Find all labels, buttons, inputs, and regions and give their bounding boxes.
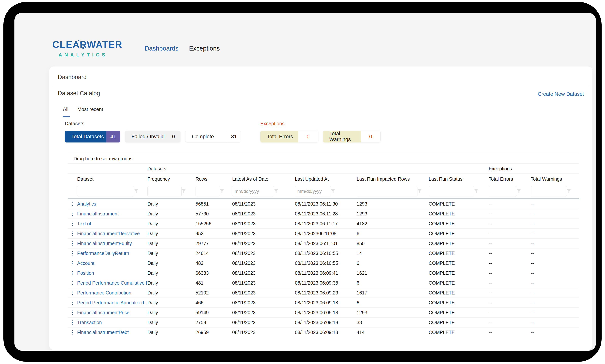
row-menu-icon[interactable]: ⋮ [68, 229, 77, 238]
card-complete[interactable]: Complete 31 [185, 131, 241, 143]
cell-last-updated-at: 08/11/2023 06:11:30 [295, 199, 357, 208]
dataset-link[interactable]: Transaction [77, 318, 147, 327]
filter-cell-last-updated-at [295, 184, 357, 198]
filter-funnel-icon[interactable] [134, 189, 138, 193]
filter-funnel-icon[interactable] [182, 189, 186, 193]
cell-last-run-impacted-rows: 1293 [357, 199, 429, 208]
row-menu-icon[interactable]: ⋮ [68, 239, 77, 248]
filter-input-last-run-impacted-rows[interactable] [357, 186, 418, 196]
table-row: ⋮FinancialInstrumentPriceDaily5914908/11… [68, 308, 579, 318]
dataset-link[interactable]: Period Performance Annualized... [77, 298, 147, 307]
dataset-link[interactable]: FinancialInstrumentPrice [77, 308, 147, 317]
cell-frequency: Daily [147, 298, 196, 307]
cell-rows: 952 [196, 229, 232, 238]
column-header-last-updated-at[interactable]: Last Updated At [295, 174, 357, 184]
filter-cell-last-run-status [429, 184, 489, 198]
row-menu-icon[interactable]: ⋮ [68, 219, 77, 228]
dataset-link[interactable]: FinancialInstrumentDerivative [77, 229, 147, 238]
cell-total-warnings: -- [531, 199, 579, 208]
row-menu-icon[interactable]: ⋮ [68, 199, 77, 208]
cell-total-warnings: -- [531, 278, 579, 288]
filter-funnel-icon[interactable] [274, 189, 278, 193]
cell-frequency: Daily [147, 199, 196, 208]
row-menu-icon[interactable]: ⋮ [68, 278, 77, 288]
filter-input-last-updated-at[interactable] [295, 186, 331, 196]
cell-total-errors: -- [489, 327, 531, 337]
filter-input-total-warnings[interactable] [531, 186, 567, 196]
cell-total-errors: -- [489, 258, 531, 268]
dataset-link[interactable]: PerformanceDailyReturn [77, 248, 147, 258]
nav-item-dashboards[interactable]: Dashboards [145, 45, 178, 52]
cell-latest-as-of-date: 08/11/2023 [232, 327, 295, 337]
dataset-link[interactable]: Account [77, 258, 147, 268]
tab-all[interactable]: All [63, 106, 68, 115]
cell-last-run-status: COMPLETE [429, 278, 489, 288]
filter-input-total-errors[interactable] [489, 186, 517, 196]
filter-cell-total-warnings [531, 184, 579, 198]
column-header-last-run-status[interactable]: Last Run Status [429, 174, 489, 184]
cell-rows: 466 [196, 298, 232, 307]
cell-last-updated-at: 08/11/2023 06:11:01 [295, 239, 357, 248]
row-group-drop-zone[interactable]: Drag here to set row groups [68, 153, 579, 164]
row-menu-icon[interactable]: ⋮ [68, 258, 77, 268]
table-row: ⋮TransactionDaily275908/11/202308/11/202… [68, 318, 579, 327]
filter-funnel-icon[interactable] [567, 189, 571, 193]
row-menu-icon[interactable]: ⋮ [68, 268, 77, 278]
create-new-dataset-link[interactable]: Create New Dataset [538, 91, 584, 97]
column-header-row: DatasetFrequencyRowsLatest As of DateLas… [68, 174, 579, 184]
card-total-datasets[interactable]: Total Datasets 41 [65, 131, 120, 143]
filter-input-rows[interactable] [196, 186, 220, 196]
row-menu-icon[interactable]: ⋮ [68, 298, 77, 307]
column-header-last-run-impacted-rows[interactable]: Last Run Impacted Rows [357, 174, 429, 184]
column-header-rows[interactable]: Rows [196, 174, 232, 184]
filter-funnel-icon[interactable] [331, 189, 335, 193]
dataset-link[interactable]: Analytics [77, 199, 147, 208]
tab-most-recent[interactable]: Most recent [77, 106, 103, 115]
dataset-link[interactable]: Position [77, 268, 147, 278]
cell-total-warnings: -- [531, 209, 579, 219]
cell-frequency: Daily [147, 278, 196, 288]
column-header-frequency[interactable]: Frequency [147, 174, 196, 184]
filter-funnel-icon[interactable] [220, 189, 224, 193]
dataset-link[interactable]: FinancialInstrument [77, 209, 147, 219]
dataset-link[interactable]: FinancialInstrumentEquity [77, 239, 147, 248]
column-header-total-errors[interactable]: Total Errors [489, 174, 531, 184]
column-header-total-warnings[interactable]: Total Warnings [531, 174, 579, 184]
column-group-header-row: Datasets Exceptions [68, 164, 579, 174]
row-menu-icon[interactable]: ⋮ [68, 318, 77, 327]
dataset-link[interactable]: Performance Contribution [77, 288, 147, 298]
filter-input-frequency[interactable] [147, 186, 182, 196]
cell-frequency: Daily [147, 318, 196, 327]
exceptions-summary-label: Exceptions [260, 121, 381, 127]
divider [53, 86, 589, 86]
cell-latest-as-of-date: 08/11/2023 [232, 229, 295, 238]
column-header-latest-as-of-date[interactable]: Latest As of Date [232, 174, 295, 184]
row-menu-icon[interactable]: ⋮ [68, 327, 77, 337]
filter-input-last-run-status[interactable] [429, 186, 474, 196]
row-menu-icon[interactable]: ⋮ [68, 209, 77, 219]
nav-item-exceptions[interactable]: Exceptions [189, 45, 220, 52]
row-menu-icon[interactable]: ⋮ [68, 248, 77, 258]
column-header-dataset[interactable]: Dataset [77, 174, 147, 184]
filter-funnel-icon[interactable] [418, 189, 422, 193]
card-failed-invalid[interactable]: Failed / Invalid 0 [125, 131, 181, 143]
row-menu-icon[interactable]: ⋮ [68, 288, 77, 298]
card-total-errors[interactable]: Total Errors 0 [260, 131, 318, 143]
cell-last-run-status: COMPLETE [429, 268, 489, 278]
cell-total-errors: -- [489, 268, 531, 278]
filter-funnel-icon[interactable] [517, 189, 521, 193]
logo-droplet-icon [80, 42, 81, 43]
cell-latest-as-of-date: 08/11/2023 [232, 288, 295, 298]
cell-total-warnings: -- [531, 219, 579, 228]
dataset-link[interactable]: Period Performance Cumulative Ret [77, 278, 147, 288]
filter-input-latest-as-of-date[interactable] [232, 186, 274, 196]
filter-input-dataset[interactable] [77, 186, 134, 196]
table-row: ⋮AnalyticsDaily5685108/11/202308/11/2023… [68, 199, 579, 209]
row-menu-icon[interactable]: ⋮ [68, 308, 77, 317]
dataset-link[interactable]: FinancialInstrumentDebt [77, 327, 147, 337]
cell-rows: 481 [196, 278, 232, 288]
cell-rows: 29777 [196, 239, 232, 248]
dataset-link[interactable]: TexLot [77, 219, 147, 228]
filter-funnel-icon[interactable] [474, 189, 478, 193]
card-total-warnings[interactable]: Total Warnings 0 [323, 131, 381, 143]
